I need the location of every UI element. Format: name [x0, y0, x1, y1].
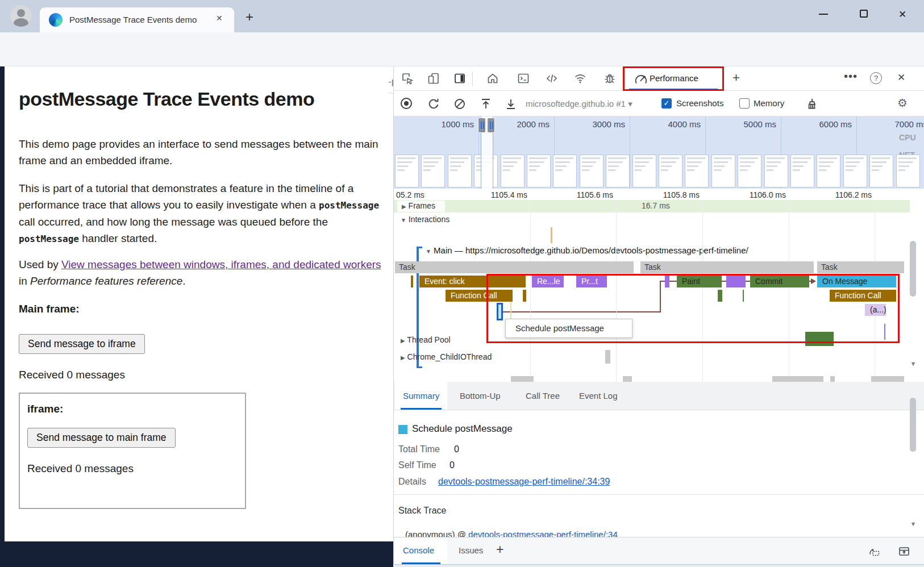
send-message-to-main-frame-button[interactable]: Send message to main frame — [27, 428, 176, 448]
screenshot-thumbnail[interactable] — [395, 155, 419, 187]
task-bar[interactable]: Task — [817, 261, 904, 273]
summary-scrollbar-thumb[interactable] — [910, 398, 916, 452]
tab-call-tree[interactable]: Call Tree — [518, 382, 568, 410]
screenshots-label[interactable]: Screenshots — [676, 98, 723, 108]
clipped-thread-bar — [871, 376, 904, 382]
tab-bottom-up[interactable]: Bottom-Up — [452, 382, 509, 410]
tab-summary[interactable]: Summary — [395, 382, 447, 410]
stack-frame-link[interactable]: devtools-postmessage-perf-timeline/:34 — [468, 530, 618, 537]
ruler-time-label: 1105.4 ms — [476, 190, 527, 199]
summary-event-title: Schedule postMessage — [412, 423, 513, 435]
debug-bug-icon[interactable] — [603, 72, 617, 85]
screenshot-thumbnail[interactable] — [580, 155, 603, 187]
devtools-menu-dots-icon[interactable]: ••• — [844, 70, 858, 83]
browser-tab[interactable]: PostMessage Trace Events demo ✕ — [40, 7, 234, 32]
selection-handle-right[interactable] — [487, 118, 495, 133]
new-tab-button[interactable]: + — [245, 12, 253, 22]
window-maximize-button[interactable] — [860, 10, 868, 18]
dock-drawer-icon[interactable] — [867, 544, 881, 558]
screenshot-thumbnail[interactable] — [869, 155, 893, 187]
collect-garbage-icon[interactable] — [804, 97, 819, 111]
io-thread-track[interactable]: ▶ Chrome_ChildIOThread — [401, 352, 492, 361]
screenshot-thumbnail[interactable] — [421, 155, 445, 187]
overview-time-label: 3000 ms — [589, 119, 625, 129]
task-bar[interactable]: Task — [395, 261, 634, 273]
screenshot-thumbnail[interactable] — [764, 155, 788, 187]
settings-gear-icon[interactable]: ⚙ — [897, 96, 908, 110]
drawer-tab-issues[interactable]: Issues — [459, 545, 483, 555]
overview-time-label: 7000 ms — [891, 119, 924, 129]
screenshot-thumbnail[interactable] — [448, 155, 472, 187]
home-icon[interactable] — [486, 72, 500, 85]
clear-recording-icon[interactable] — [453, 97, 467, 111]
sources-icon[interactable] — [545, 72, 559, 85]
dock-side-icon[interactable] — [453, 72, 467, 85]
task-bar[interactable]: Task — [640, 261, 814, 273]
network-wifi-icon[interactable] — [573, 72, 587, 85]
main-thread-track[interactable]: ▼ Main — https://microsoftedge.github.io… — [426, 245, 748, 255]
screenshot-thumbnail[interactable] — [659, 155, 682, 187]
load-profile-icon[interactable] — [479, 97, 493, 111]
screenshots-checkbox[interactable]: ✓ — [661, 98, 672, 109]
screenshot-thumbnail[interactable] — [790, 155, 814, 187]
title-bar: PostMessage Trace Events demo ✕ + ✕ — [0, 0, 924, 32]
save-profile-icon[interactable] — [504, 97, 518, 111]
send-message-to-iframe-button[interactable]: Send message to iframe — [19, 334, 145, 354]
total-time-label: Total Time — [398, 444, 440, 455]
expand-drawer-icon[interactable] — [897, 544, 911, 558]
screenshot-thumbnail[interactable] — [738, 155, 761, 187]
scroll-down-icon[interactable]: ▼ — [909, 520, 918, 527]
chevron-down-icon: ▾ — [628, 99, 632, 109]
event-tooltip: Schedule postMessage — [505, 319, 632, 338]
page-origin-selector[interactable]: microsoftedge.github.io #1 ▾ — [526, 99, 632, 109]
profile-avatar[interactable] — [10, 5, 32, 27]
screenshot-thumbnail[interactable] — [896, 155, 920, 187]
timeline-overview[interactable]: CPU NET 1000 ms2000 ms3000 ms4000 ms5000… — [394, 116, 924, 189]
summary-panel: Summary Bottom-Up Call Tree Event Log Sc… — [394, 382, 924, 537]
details-source-link[interactable]: devtools-postmessage-perf-timeline/:34:3… — [438, 477, 610, 487]
reload-and-record-icon[interactable] — [427, 97, 440, 111]
screenshot-thumbnail[interactable] — [843, 155, 867, 187]
demo-page: postMessage Trace Events demo This demo … — [5, 66, 388, 541]
screenshot-thumbnail[interactable] — [501, 155, 525, 187]
embedded-iframe: iframe: Send message to main frame Recei… — [19, 393, 246, 509]
flame-scrollbar-thumb[interactable] — [910, 241, 916, 297]
io-thread-task-bar[interactable] — [605, 350, 610, 364]
window-minimize-button[interactable] — [819, 14, 828, 15]
selection-handle-left[interactable] — [478, 118, 486, 133]
screenshot-thumbnail[interactable] — [817, 155, 840, 187]
frames-track[interactable]: ▶ Frames 16.7 ms — [394, 200, 910, 212]
window-close-button[interactable]: ✕ — [898, 9, 906, 20]
details-label: Details — [398, 477, 426, 487]
total-time-value: 0 — [454, 444, 459, 455]
screenshot-thumbnail[interactable] — [711, 155, 735, 187]
reference-link[interactable]: View messages between windows, iframes, … — [61, 259, 381, 270]
flame-event-bar[interactable] — [411, 276, 413, 287]
screenshot-thumbnail[interactable] — [527, 155, 551, 187]
clipped-thread-bar — [511, 376, 534, 382]
interactions-track[interactable]: ▼ Interactions — [401, 215, 449, 224]
edge-logo-icon — [49, 13, 63, 27]
console-tab-label[interactable]: Console — [403, 545, 434, 555]
frame-duration: 16.7 ms — [642, 201, 670, 210]
screenshot-thumbnail[interactable] — [553, 155, 577, 187]
tab-close-icon[interactable]: ✕ — [216, 14, 223, 23]
console-icon[interactable] — [517, 72, 530, 85]
thread-pool-track[interactable]: ▶ Thread Pool — [401, 335, 451, 344]
drawer-more-tabs-plus-icon[interactable]: + — [496, 542, 503, 557]
memory-label[interactable]: Memory — [754, 98, 784, 108]
more-tools-plus-icon[interactable]: + — [732, 70, 740, 85]
inspect-element-icon[interactable] — [401, 72, 414, 85]
record-button[interactable] — [401, 98, 412, 109]
flame-chart[interactable]: ▶ Frames 16.7 ms ▼ Interactions ▼ Main —… — [394, 189, 924, 382]
screenshot-thumbnail[interactable] — [632, 155, 656, 187]
scroll-down-icon[interactable]: ▼ — [909, 360, 918, 367]
device-emulation-icon[interactable] — [427, 72, 440, 85]
tab-event-log[interactable]: Event Log — [571, 382, 626, 410]
memory-checkbox[interactable] — [739, 98, 750, 109]
ruler-time-label: 1106.2 ms — [821, 190, 872, 199]
screenshot-thumbnail[interactable] — [685, 155, 709, 187]
help-icon[interactable]: ? — [870, 72, 882, 84]
devtools-close-icon[interactable]: ✕ — [897, 72, 905, 84]
screenshot-thumbnail[interactable] — [606, 155, 630, 187]
